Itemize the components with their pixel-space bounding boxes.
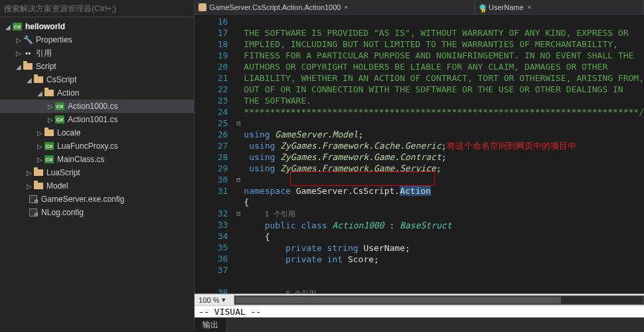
solution-explorer: ◢C#helloworld ▷🔧Properties ▷▪▪引用 ◢Script… xyxy=(0,0,195,332)
tree[interactable]: ◢C#helloworld ▷🔧Properties ▷▪▪引用 ◢Script… xyxy=(0,17,194,332)
field-lock-icon xyxy=(479,4,486,11)
node-mainclass[interactable]: ▷C#MainClass.cs xyxy=(0,153,194,166)
code-line: public class Action1000 : BaseStruct xyxy=(244,220,451,230)
code-line: using ZyGames.Framework.Cache.Generic;将这… xyxy=(244,141,576,151)
references-icon: ▪▪ xyxy=(23,48,33,58)
node-nlogconfig[interactable]: NLog.config xyxy=(0,206,194,219)
node-locale[interactable]: ▷Locale xyxy=(0,126,194,139)
search-input[interactable] xyxy=(4,4,190,13)
code-line: THE SOFTWARE IS PROVIDED "AS IS", WITHOU… xyxy=(244,28,628,38)
csharp-file-icon: C# xyxy=(54,114,65,125)
node-label: GameServer.exe.config xyxy=(41,195,124,204)
fold-column[interactable]: ⊟ ⊟ ⊟ xyxy=(233,15,244,293)
bottom-tabs: 输出 xyxy=(195,317,644,332)
code-line xyxy=(244,266,249,276)
annotation-text: 将这个命名空间到网页中的项目中 xyxy=(447,141,576,151)
chevron-right-icon[interactable]: ▷ xyxy=(25,169,33,177)
node-model[interactable]: ▷Model xyxy=(0,179,194,193)
editor[interactable]: 16171819202122232425262728293031 3233343… xyxy=(195,15,644,293)
node-label: LuaFuncProxy.cs xyxy=(57,141,118,151)
node-label: NLog.config xyxy=(41,208,84,217)
dropdown-icon: ▾ xyxy=(528,4,531,11)
code-line xyxy=(244,277,249,287)
code-line xyxy=(244,175,249,185)
chevron-right-icon[interactable]: ▷ xyxy=(15,50,23,57)
folder-icon xyxy=(44,88,54,98)
code-line: using GameServer.Model; xyxy=(244,129,363,139)
breadcrumb-member[interactable]: UserName▾ xyxy=(475,0,644,14)
chevron-down-icon[interactable]: ◢ xyxy=(36,90,44,97)
zoom-level[interactable]: 100 % ▾ xyxy=(195,294,234,305)
editor-pane: GameServer.CsScript.Action.Action1000▾ U… xyxy=(195,0,644,332)
code-line: 0 个引用 xyxy=(244,288,316,293)
node-action1000[interactable]: ▷C#Action1000.cs xyxy=(0,100,194,113)
code-line: 1 个引用 xyxy=(244,208,295,218)
breadcrumb-member-label: UserName xyxy=(489,3,524,11)
status-bar: 100 % ▾ xyxy=(195,293,644,305)
code-line: { xyxy=(244,197,249,207)
folder-icon xyxy=(33,74,44,85)
chevron-right-icon[interactable]: ▷ xyxy=(36,129,44,137)
config-file-icon xyxy=(28,194,39,205)
node-label: Model xyxy=(46,181,68,191)
chevron-right-icon[interactable]: ▷ xyxy=(46,103,54,110)
code-area[interactable]: THE SOFTWARE IS PROVIDED "AS IS", WITHOU… xyxy=(244,15,644,293)
folder-icon xyxy=(33,181,44,191)
code-line: { xyxy=(244,232,270,242)
chevron-down-icon[interactable]: ◢ xyxy=(15,63,23,70)
node-label: Action xyxy=(57,88,79,98)
breadcrumb-class-label: GameServer.CsScript.Action.Action1000 xyxy=(209,3,341,11)
csproj-icon: C# xyxy=(12,21,23,32)
config-file-icon xyxy=(28,207,39,218)
node-luafuncproxy[interactable]: ▷C#LuaFuncProxy.cs xyxy=(0,139,194,153)
code-line: ****************************************… xyxy=(244,107,644,117)
code-line xyxy=(244,118,249,128)
breadcrumb-class[interactable]: GameServer.CsScript.Action.Action1000▾ xyxy=(195,0,475,14)
vim-mode-bar: -- VISUAL -- xyxy=(195,305,644,317)
node-label: Locale xyxy=(57,128,80,137)
node-label: Properties xyxy=(36,35,72,44)
node-label: MainClass.cs xyxy=(57,155,104,164)
node-script[interactable]: ◢Script xyxy=(0,60,194,73)
node-label: CsScript xyxy=(46,75,76,84)
chevron-right-icon[interactable]: ▷ xyxy=(25,183,33,190)
csharp-file-icon: C# xyxy=(44,154,54,165)
code-line: namespace GameServer.CsScript.Action xyxy=(244,186,431,196)
chevron-down-icon[interactable]: ◢ xyxy=(25,76,33,84)
annotation-box xyxy=(290,171,435,186)
code-line: THE SOFTWARE. xyxy=(244,96,311,106)
node-label: Action1001.cs xyxy=(68,115,118,124)
dropdown-icon: ▾ xyxy=(345,4,348,11)
node-root[interactable]: ◢C#helloworld xyxy=(0,20,194,33)
code-line: IMPLIED, INCLUDING BUT NOT LIMITED TO TH… xyxy=(244,39,618,49)
chevron-down-icon[interactable]: ◢ xyxy=(4,23,12,31)
node-label: 引用 xyxy=(36,48,52,59)
csharp-file-icon: C# xyxy=(54,101,65,112)
csharp-file-icon: C# xyxy=(44,141,54,151)
code-line: using ZyGames.Framework.Game.Service; xyxy=(244,163,441,173)
horizontal-scrollbar[interactable] xyxy=(234,295,644,305)
chevron-right-icon[interactable]: ▷ xyxy=(36,156,44,163)
search-row xyxy=(0,0,194,17)
node-csscript[interactable]: ◢CsScript xyxy=(0,73,194,86)
node-execonfig[interactable]: GameServer.exe.config xyxy=(0,193,194,206)
breadcrumb: GameServer.CsScript.Action.Action1000▾ U… xyxy=(195,0,644,15)
node-properties[interactable]: ▷🔧Properties xyxy=(0,33,194,46)
code-line: OUT OF OR IN CONNECTION WITH THE SOFTWAR… xyxy=(244,84,623,94)
node-references[interactable]: ▷▪▪引用 xyxy=(0,46,194,60)
node-luascript[interactable]: ▷LuaScript xyxy=(0,166,194,179)
folder-icon xyxy=(33,167,44,178)
scrollbar-thumb[interactable] xyxy=(236,297,561,303)
node-action[interactable]: ◢Action xyxy=(0,86,194,100)
chevron-right-icon[interactable]: ▷ xyxy=(36,143,44,150)
node-action1001[interactable]: ▷C#Action1001.cs xyxy=(0,113,194,126)
chevron-right-icon[interactable]: ▷ xyxy=(46,116,54,124)
node-label: LuaScript xyxy=(46,168,80,177)
wrench-icon: 🔧 xyxy=(23,35,33,45)
chevron-right-icon[interactable]: ▷ xyxy=(15,37,23,44)
folder-icon xyxy=(44,127,54,138)
code-line: AUTHORS OR COPYRIGHT HOLDERS BE LIABLE F… xyxy=(244,62,607,72)
tab-label: 输出 xyxy=(202,320,218,329)
line-gutter: 16171819202122232425262728293031 3233343… xyxy=(195,15,233,293)
tab-output[interactable]: 输出 xyxy=(195,318,227,332)
